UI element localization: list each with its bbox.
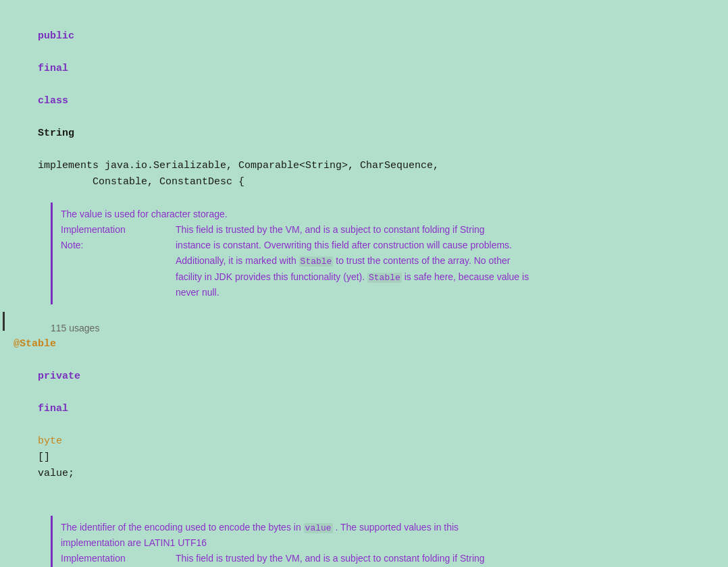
note-content-2: Additionally, it is marked with Stable t… (176, 253, 706, 269)
field-value-line: private final byte [] value; (14, 352, 714, 498)
note-content-1: instance is constant. Overwriting this f… (176, 238, 706, 253)
implements-line2: Constable, ConstantDesc { (14, 174, 714, 190)
usages-1: 115 usages (51, 321, 714, 335)
doc-table-2: Implementation This field is trusted by … (61, 551, 706, 567)
kw-byte-1: byte (38, 435, 62, 447)
class-name: String (38, 128, 74, 139)
field-value-name: value; (38, 468, 74, 479)
doc2-text3: implementation are LATIN1 UTF16 (61, 535, 706, 551)
class-declaration-line: public final class String (14, 12, 714, 158)
doc2-text1: The identifier of the encoding used to e… (61, 520, 706, 535)
kw-final-1: final (38, 403, 68, 414)
spacer1 (14, 190, 714, 196)
kw-private-1: private (38, 371, 80, 382)
doc-simple-text: The value is used for character storage. (61, 207, 706, 222)
impl-content-2: This field is trusted by the VM, and is … (176, 551, 706, 566)
code-container: public final class String implements jav… (0, 0, 728, 567)
keyword-final: final (38, 63, 68, 74)
keyword-class: class (38, 95, 68, 107)
note-content-4: never null. (176, 285, 706, 300)
impl-content: This field is trusted by the VM, and is … (176, 222, 706, 238)
value-inline-code: value (304, 523, 333, 533)
stable-code-1: Stable (299, 256, 334, 267)
stable-code-2: Stable (367, 273, 402, 283)
spacer2 (14, 311, 714, 317)
left-bar-indicator (3, 312, 5, 331)
keyword-public: public (38, 30, 74, 42)
doc-block-1: The value is used for character storage.… (51, 202, 714, 304)
implements-line1: implements java.io.Serializable, Compara… (14, 158, 714, 174)
doc-block-2: The identifier of the encoding used to e… (51, 516, 714, 567)
annotation-stable: @Stable (14, 336, 714, 352)
doc-table-1: Implementation This field is trusted by … (61, 222, 706, 300)
note-label: Note: (61, 238, 176, 253)
impl-label: Implementation (61, 222, 176, 238)
spacer3 (14, 498, 714, 509)
note-content-3: facility in JDK provides this functional… (176, 269, 706, 285)
impl-label-2: Implementation (61, 551, 176, 566)
